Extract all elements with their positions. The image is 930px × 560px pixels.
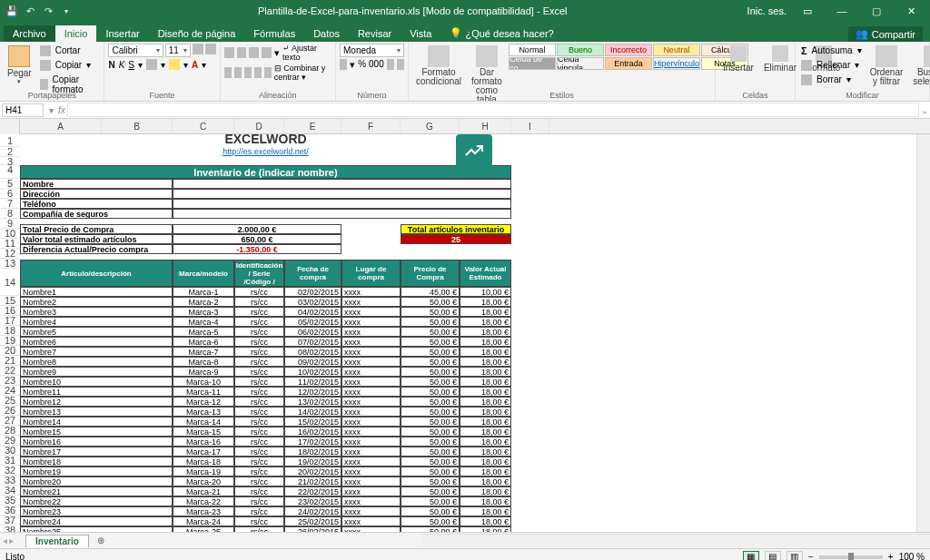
cell[interactable]: rs/cc bbox=[234, 397, 284, 407]
cell[interactable]: 18,00 € bbox=[460, 357, 511, 367]
cell[interactable]: 50,00 € bbox=[401, 407, 460, 417]
cell[interactable]: xxxx bbox=[341, 407, 401, 417]
fill-icon[interactable] bbox=[169, 59, 180, 70]
cell[interactable]: xxxx bbox=[341, 506, 401, 516]
tell-me[interactable]: 💡 ¿Qué desea hacer? bbox=[440, 25, 562, 42]
cell[interactable]: rs/cc bbox=[234, 297, 284, 307]
tab-insertar[interactable]: Insertar bbox=[96, 25, 148, 42]
cell[interactable]: 18,00 € bbox=[460, 307, 511, 317]
cell[interactable]: xxxx bbox=[341, 486, 401, 496]
cell[interactable]: Nombre bbox=[20, 179, 173, 189]
cell[interactable]: 50,00 € bbox=[401, 377, 460, 387]
cell[interactable]: Marca-13 bbox=[173, 407, 234, 417]
tab-revisar[interactable]: Revisar bbox=[349, 25, 401, 42]
redo-icon[interactable]: ↷ bbox=[42, 5, 54, 17]
tab-nav-next-icon[interactable]: ▸ bbox=[9, 535, 14, 545]
cell[interactable]: Marca-8 bbox=[173, 357, 234, 367]
cell[interactable]: 23/02/2015 bbox=[284, 496, 341, 506]
tab-nav-prev-icon[interactable]: ◂ bbox=[3, 535, 7, 545]
cell[interactable]: 18,00 € bbox=[460, 417, 511, 427]
cell[interactable]: 50,00 € bbox=[401, 347, 460, 357]
cell[interactable]: Marca-10 bbox=[173, 377, 234, 387]
fill-button[interactable]: Rellenar ▾ bbox=[799, 58, 864, 72]
autosum-button[interactable]: Σ Autosuma ▾ bbox=[799, 44, 864, 57]
align-center-icon[interactable] bbox=[234, 67, 242, 78]
cell[interactable]: 50,00 € bbox=[401, 327, 460, 337]
cell[interactable]: Nombre6 bbox=[20, 337, 173, 347]
cell[interactable]: Nombre22 bbox=[20, 496, 173, 506]
orientation-icon[interactable] bbox=[262, 47, 272, 58]
cell[interactable]: rs/cc bbox=[234, 467, 284, 476]
cell[interactable]: 02/02/2015 bbox=[284, 287, 341, 297]
close-button[interactable]: ✕ bbox=[897, 0, 925, 22]
table-header[interactable]: Marca/modelo bbox=[173, 260, 234, 287]
cell[interactable]: xxxx bbox=[341, 516, 401, 526]
cell[interactable]: 50,00 € bbox=[401, 337, 460, 347]
zoom-out-button[interactable]: − bbox=[808, 552, 814, 560]
cell[interactable]: rs/cc bbox=[234, 457, 284, 467]
column-header[interactable]: B bbox=[102, 119, 173, 133]
tab-archivo[interactable]: Archivo bbox=[4, 25, 55, 42]
sort-filter-button[interactable]: Ordenar y filtrar bbox=[866, 44, 907, 88]
undo-icon[interactable]: ↶ bbox=[24, 5, 36, 17]
cell[interactable]: rs/cc bbox=[234, 327, 284, 337]
cell[interactable]: xxxx bbox=[341, 377, 401, 387]
cell[interactable]: Nombre7 bbox=[20, 347, 173, 357]
cell[interactable]: Total Precio de Compra bbox=[20, 224, 173, 234]
table-header[interactable]: Fecha de compra bbox=[284, 260, 341, 287]
column-header[interactable]: A bbox=[20, 119, 102, 133]
cell[interactable]: rs/cc bbox=[234, 367, 284, 377]
cell[interactable]: xxxx bbox=[341, 387, 401, 397]
bold-button[interactable]: N bbox=[108, 60, 114, 70]
cell[interactable]: 06/02/2015 bbox=[284, 327, 341, 337]
cell[interactable] bbox=[341, 234, 401, 244]
cell[interactable]: Marca-1 bbox=[173, 287, 234, 297]
cell[interactable]: 50,00 € bbox=[401, 476, 460, 486]
copy-button[interactable]: Copiar ▾ bbox=[38, 58, 101, 72]
cell[interactable]: 18,00 € bbox=[460, 387, 511, 397]
cell[interactable]: xxxx bbox=[341, 307, 401, 317]
border-icon[interactable] bbox=[146, 59, 157, 70]
cell[interactable]: 18,00 € bbox=[460, 496, 511, 506]
cell[interactable]: Marca-17 bbox=[173, 447, 234, 457]
style-incorrecto[interactable]: Incorrecto bbox=[605, 44, 652, 56]
cell[interactable]: 50,00 € bbox=[401, 387, 460, 397]
cell[interactable]: Marca-18 bbox=[173, 457, 234, 467]
column-header[interactable]: E bbox=[284, 119, 341, 133]
row-header[interactable]: 14 bbox=[0, 269, 20, 296]
cell[interactable]: 50,00 € bbox=[401, 417, 460, 427]
cell[interactable]: 50,00 € bbox=[401, 486, 460, 496]
table-header[interactable]: Nº Identificación / Serie /Código / Refe… bbox=[234, 260, 284, 287]
cell[interactable]: 18,00 € bbox=[460, 467, 511, 476]
cell[interactable]: Marca-19 bbox=[173, 467, 234, 476]
cell[interactable]: xxxx bbox=[341, 447, 401, 457]
cell[interactable] bbox=[173, 209, 511, 219]
align-top-icon[interactable] bbox=[224, 47, 234, 58]
wrap-button[interactable]: ⤶ Ajustar texto bbox=[282, 44, 331, 62]
cell[interactable]: 18,00 € bbox=[460, 516, 511, 526]
table-header[interactable]: Lugar de compra bbox=[341, 260, 401, 287]
style-hiperv[interactable]: Hipervínculo bbox=[653, 57, 700, 70]
vertical-scrollbar[interactable] bbox=[916, 134, 930, 532]
cell[interactable]: Nombre24 bbox=[20, 516, 173, 526]
cell[interactable]: xxxx bbox=[341, 467, 401, 476]
cell[interactable] bbox=[173, 189, 511, 199]
fx-icon[interactable]: fx bbox=[56, 105, 67, 115]
view-normal-icon[interactable]: ▦ bbox=[743, 551, 759, 561]
cell[interactable]: 18,00 € bbox=[460, 486, 511, 496]
style-bueno[interactable]: Bueno bbox=[557, 44, 604, 56]
clear-button[interactable]: Borrar ▾ bbox=[799, 73, 864, 86]
cell[interactable]: 18,00 € bbox=[460, 437, 511, 447]
cell[interactable]: Nombre17 bbox=[20, 447, 173, 457]
paste-button[interactable]: Pegar▾ bbox=[4, 44, 35, 87]
zoom-slider[interactable] bbox=[819, 555, 883, 559]
cell[interactable]: Valor total estimado artículos bbox=[20, 234, 173, 244]
merge-button[interactable]: ⊟ Combinar y centrar ▾ bbox=[274, 64, 331, 82]
style-celdacom[interactable]: Celda de co... bbox=[509, 57, 556, 70]
cell[interactable]: rs/cc bbox=[234, 427, 284, 437]
cell[interactable]: Teléfono bbox=[20, 199, 173, 209]
style-celdavin[interactable]: Celda vincula... bbox=[557, 57, 604, 70]
cell[interactable]: EXCELWORD bbox=[20, 134, 511, 147]
cell[interactable]: Nombre1 bbox=[20, 287, 173, 297]
sign-in-link[interactable]: Inic. ses. bbox=[747, 5, 787, 16]
